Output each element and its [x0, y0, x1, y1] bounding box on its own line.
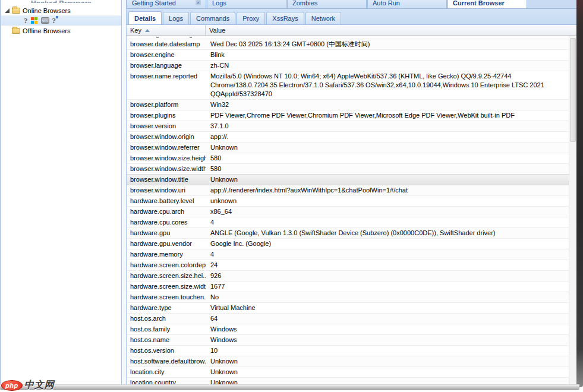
table-row[interactable]: hardware.memory4 — [127, 249, 569, 260]
key-cell: hardware.screen.touchen... — [127, 292, 206, 302]
table-row[interactable]: browser.date.datestampWed Dec 03 2025 16… — [127, 39, 569, 50]
table-row[interactable]: browser.window.referrerUnknown — [127, 143, 569, 153]
subtab-details[interactable]: Details — [128, 11, 162, 24]
window-right-edge — [576, 0, 583, 387]
value-cell: 4 — [206, 249, 569, 260]
sort-ascending-icon — [145, 27, 150, 32]
value-cell: app://./renderer/index.html?auxWinWithIp… — [206, 185, 569, 195]
scrollbar-thumb[interactable] — [570, 38, 576, 142]
clipped-row — [127, 36, 569, 39]
key-cell: browser.name.reported — [127, 71, 206, 99]
subtab-xssrays[interactable]: XssRays — [266, 12, 304, 24]
column-header-value[interactable]: Value — [206, 25, 576, 35]
table-row[interactable]: hardware.screen.colordepth24 — [127, 260, 569, 271]
tab-current-browser[interactable]: Current Browser — [448, 0, 527, 9]
value-cell: ANGLE (Google, Vulkan 1.3.0 (SwiftShader… — [206, 228, 569, 238]
table-row[interactable]: hardware.gpu.vendorGoogle Inc. (Google) — [127, 239, 569, 249]
value-cell: unknown — [206, 196, 569, 206]
question-icon: ? — [24, 17, 28, 24]
tab-close-icon[interactable]: ✕ — [196, 0, 201, 5]
tab-zombies[interactable]: Zombies — [287, 0, 367, 9]
tab-getting-started[interactable]: Getting Started✕ — [127, 0, 206, 9]
tree-node-label: Online Browsers — [23, 7, 71, 14]
table-row[interactable]: host.os.nameWindows — [127, 335, 569, 346]
table-row[interactable]: hardware.screen.size.width1677 — [127, 282, 569, 292]
tab-auto-run[interactable]: Auto Run — [367, 0, 447, 9]
value-cell: 926 — [206, 271, 569, 281]
expand-caret-icon[interactable] — [5, 8, 10, 13]
subtab-proxy[interactable]: Proxy — [237, 12, 265, 24]
key-cell: hardware.cpu.cores — [127, 217, 206, 227]
value-cell: 64 — [206, 314, 569, 324]
value-cell: Win32 — [206, 100, 569, 110]
tab-logs[interactable]: Logs — [207, 0, 286, 9]
table-row[interactable]: host.os.arch64 — [127, 314, 569, 324]
table-row[interactable]: host.os.version10 — [127, 346, 569, 356]
table-row[interactable]: location.countryUnknown — [127, 378, 569, 384]
table-row[interactable]: browser.window.originapp://. — [127, 132, 569, 143]
table-row[interactable]: hardware.cpu.cores4 — [127, 217, 569, 228]
key-cell: hardware.memory — [127, 249, 206, 260]
table-row[interactable]: host.os.familyWindows — [127, 324, 569, 335]
table-row[interactable]: hardware.screen.size.hei...926 — [127, 271, 569, 282]
details-grid: Key Value browser.date.datestampWed Dec … — [127, 25, 576, 384]
value-cell: Unknown — [206, 143, 569, 153]
hooked-browsers-panel: Hooked Browsers Online Browsers ? vm ? O… — [0, 0, 122, 385]
key-cell: browser.version — [127, 121, 206, 131]
table-row[interactable]: browser.window.size.width580 — [127, 164, 569, 175]
table-row[interactable]: hardware.cpu.archx86_64 — [127, 207, 569, 217]
table-row[interactable]: browser.window.size.height580 — [127, 153, 569, 164]
value-cell: 4 — [206, 217, 569, 227]
grid-header: Key Value — [127, 25, 576, 36]
value-cell: Blink — [206, 50, 569, 60]
key-cell: location.city — [127, 367, 206, 377]
vertical-scrollbar[interactable] — [569, 36, 576, 384]
table-row[interactable]: browser.version37.1.0 — [127, 121, 569, 132]
browser-tree: Online Browsers ? vm ? Offline Browsers — [1, 3, 121, 36]
table-row[interactable]: browser.languagezh-CN — [127, 61, 569, 71]
table-row[interactable]: hardware.screen.touchen...No — [127, 292, 569, 303]
table-row[interactable]: browser.window.uriapp://./renderer/index… — [127, 185, 569, 196]
key-cell: hardware.screen.size.width — [127, 282, 206, 292]
table-row[interactable]: hardware.typeVirtual Machine — [127, 303, 569, 314]
value-cell: 24 — [206, 260, 569, 270]
value-cell: Unknown — [206, 175, 569, 185]
grid-body: browser.date.datestampWed Dec 03 2025 16… — [127, 36, 569, 384]
tab-label: Getting Started — [132, 0, 176, 7]
table-row[interactable]: browser.platformWin32 — [127, 100, 569, 110]
value-cell: app://. — [206, 132, 569, 142]
table-row[interactable]: browser.name.reportedMozilla/5.0 (Window… — [127, 71, 569, 100]
php-cn-watermark: php 中文网 — [1, 379, 55, 391]
value-cell: Google Inc. (Google) — [206, 239, 569, 249]
tree-node-offline-browsers[interactable]: Offline Browsers — [1, 26, 121, 36]
table-row[interactable]: hardware.battery.levelunknown — [127, 196, 569, 207]
subtab-network[interactable]: Network — [305, 12, 341, 24]
key-cell: hardware.screen.colordepth — [127, 260, 206, 270]
table-row[interactable]: host.software.defaultbrow...Unknown — [127, 356, 569, 367]
subtab-commands[interactable]: Commands — [190, 12, 235, 24]
value-cell: 580 — [206, 164, 569, 174]
folder-closed-icon — [12, 28, 20, 34]
key-cell: hardware.battery.level — [127, 196, 206, 206]
key-cell: location.country — [127, 378, 206, 384]
tab-label: Zombies — [292, 0, 317, 7]
tab-label: Logs — [212, 0, 226, 7]
subtab-logs[interactable]: Logs — [163, 12, 189, 24]
table-row[interactable]: browser.pluginsPDF Viewer,Chrome PDF Vie… — [127, 110, 569, 121]
key-cell: browser.window.title — [127, 175, 206, 185]
value-cell: Wed Dec 03 2025 16:13:24 GMT+0800 (中国标准时… — [206, 39, 569, 49]
column-header-key[interactable]: Key — [127, 25, 206, 35]
key-cell: host.os.arch — [127, 314, 206, 324]
value-cell: Virtual Machine — [206, 303, 569, 313]
key-cell: hardware.type — [127, 303, 206, 313]
table-row[interactable]: browser.engineBlink — [127, 50, 569, 61]
tree-node-online-browsers[interactable]: Online Browsers — [1, 5, 121, 15]
tree-node-hooked-browser[interactable]: ? vm ? — [1, 15, 121, 26]
key-cell: hardware.gpu.vendor — [127, 239, 206, 249]
table-row[interactable]: location.cityUnknown — [127, 367, 569, 378]
table-row[interactable]: browser.window.titleUnknown — [127, 174, 569, 185]
key-cell: browser.window.referrer — [127, 143, 206, 153]
key-cell: host.os.family — [127, 324, 206, 334]
key-cell: browser.window.size.height — [127, 153, 206, 163]
table-row[interactable]: hardware.gpuANGLE (Google, Vulkan 1.3.0 … — [127, 228, 569, 239]
